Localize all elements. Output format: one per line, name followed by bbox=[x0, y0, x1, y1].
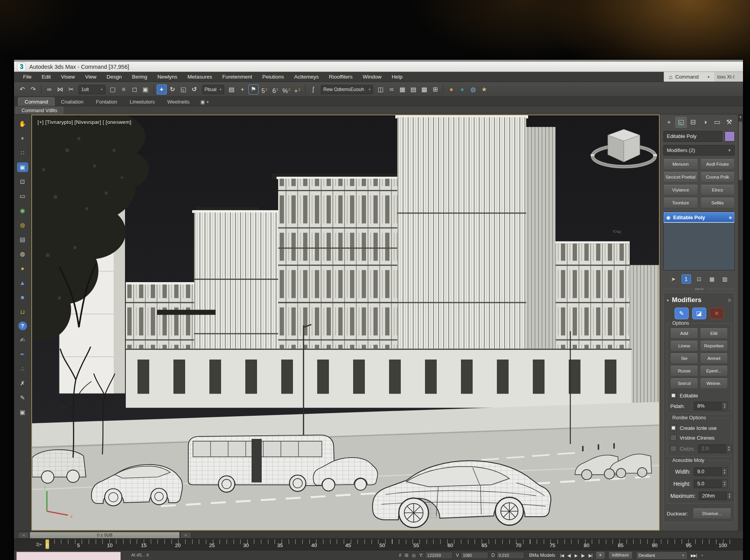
absolute-mode-icon[interactable]: ◎ bbox=[412, 553, 416, 558]
sketch-hand-icon[interactable]: ✍ bbox=[17, 335, 28, 345]
layers-photo-icon[interactable]: ▤ bbox=[17, 235, 28, 244]
menu-item[interactable]: Visew bbox=[56, 72, 80, 82]
named-selection-icon[interactable]: ▤ bbox=[227, 84, 237, 95]
viewport-canvas[interactable]: ICNE y x bbox=[32, 115, 659, 530]
menu-item[interactable]: Edit bbox=[37, 72, 56, 82]
scroll-up-icon[interactable]: ▼ bbox=[739, 115, 742, 119]
option-button[interactable]: Eliit bbox=[700, 328, 728, 339]
option-button[interactable]: Amnet bbox=[700, 353, 728, 364]
cistzs-checkbox[interactable] bbox=[670, 445, 677, 452]
checkbox-row[interactable]: Vrstine CIrenes bbox=[670, 435, 728, 441]
checkbox-row[interactable]: Create Icnle use bbox=[670, 425, 728, 431]
create-tab-icon[interactable]: + bbox=[663, 117, 675, 128]
key-mode-icon[interactable]: ◀| bbox=[568, 553, 571, 558]
collapse-arrow-icon[interactable]: ▾ bbox=[667, 298, 669, 302]
option-button[interactable]: Snircd bbox=[670, 378, 698, 389]
doariue-button[interactable]: Doariue... bbox=[693, 508, 731, 519]
select-and-link-icon[interactable]: ∞ bbox=[44, 84, 54, 95]
option-button[interactable]: Epeel... bbox=[700, 366, 728, 376]
redo-icon[interactable]: ↷ bbox=[28, 84, 38, 95]
option-button[interactable]: Weinie. bbox=[700, 378, 728, 389]
track-bar-slider[interactable]: 0 ± 0UB bbox=[30, 532, 180, 539]
panel-button[interactable]: Aodl Friuke bbox=[700, 159, 735, 170]
object-name-field[interactable]: Editable Poly bbox=[663, 131, 722, 142]
cube-icon[interactable]: ■ bbox=[17, 293, 28, 302]
panel-scrollbar[interactable]: ▼ bbox=[738, 115, 743, 531]
feather-icon[interactable]: ✒ bbox=[17, 350, 28, 359]
panel-button[interactable]: Viylance bbox=[663, 185, 698, 195]
select-object-icon[interactable]: ▢ bbox=[108, 84, 118, 95]
panel-button[interactable]: Secicet Poetial bbox=[663, 172, 698, 182]
menu-item[interactable]: Window bbox=[358, 72, 387, 82]
rect-selection-region-icon[interactable]: ◻ bbox=[130, 84, 140, 95]
coordinate-field[interactable]: V 1080 bbox=[456, 552, 488, 559]
ribbon-icon[interactable]: ▤ bbox=[408, 84, 418, 95]
spinner-arrows-icon[interactable]: ▲▼ bbox=[722, 479, 728, 488]
modify-tab-icon[interactable]: ◱ bbox=[675, 117, 687, 128]
dimension-value[interactable]: 9.0 bbox=[694, 467, 722, 476]
named-selection-sets-select[interactable]: Rew OdtemsEuouh ▾ bbox=[321, 85, 373, 94]
menu-item[interactable]: Acttemeys bbox=[289, 72, 324, 82]
mirror-icon[interactable]: ◫ bbox=[375, 84, 386, 95]
maxscript-listener[interactable] bbox=[16, 552, 121, 560]
menu-item[interactable]: Metasures bbox=[182, 72, 217, 82]
selection-filter-select[interactable]: 1ult ▾ bbox=[79, 85, 105, 94]
dimension-spinner[interactable]: 9.0 ▲▼ bbox=[694, 467, 728, 476]
go-to-start-icon[interactable]: |◀ bbox=[560, 553, 563, 558]
snap-move-icon[interactable]: ⌖ bbox=[17, 134, 28, 143]
spinner-snap-icon[interactable]: +2 bbox=[292, 84, 302, 95]
configure-sets-icon[interactable]: ▨ bbox=[720, 274, 730, 284]
menu-item[interactable]: File bbox=[18, 72, 37, 82]
trash-icon[interactable]: ⊔ bbox=[17, 307, 28, 317]
percent-snap-icon[interactable]: %2 bbox=[281, 84, 291, 95]
panel-tab[interactable]: Command bbox=[18, 97, 55, 106]
hierarchy-tab-icon[interactable]: ⊟ bbox=[688, 117, 699, 128]
display-tab-icon[interactable]: ▭ bbox=[711, 117, 723, 128]
menu-item[interactable]: Furetenment bbox=[217, 72, 257, 82]
delete-modifier-icon[interactable]: ✕ bbox=[710, 308, 724, 319]
editable-checkbox[interactable] bbox=[670, 392, 677, 399]
play-icon[interactable]: ▶ bbox=[575, 553, 577, 558]
keyboard-override-icon[interactable]: ⚑ bbox=[248, 84, 259, 95]
menu-item[interactable]: Bering bbox=[127, 72, 152, 82]
render-production-icon[interactable]: ★ bbox=[479, 84, 489, 95]
rotate-reference-icon[interactable]: ↺ bbox=[189, 84, 200, 95]
panel-tab[interactable]: Weelneits bbox=[161, 98, 196, 106]
panel-tab[interactable]: Fontation bbox=[90, 98, 123, 106]
viewport-label[interactable]: [+] [Tivnarypto] [Nivevspar] [ [oneswem] bbox=[38, 119, 131, 125]
modifier-list-dropdown[interactable]: Modifiers (2) ▼ bbox=[663, 145, 735, 156]
unlink-selection-icon[interactable]: ⋈ bbox=[55, 84, 65, 95]
mode-select[interactable]: Destlant ▼ bbox=[636, 551, 688, 560]
checkbox[interactable] bbox=[670, 425, 677, 431]
visibility-eye-icon[interactable]: ◉ bbox=[666, 215, 670, 220]
skip-end-icon[interactable]: ▶▶| bbox=[691, 553, 697, 558]
motion-tab-icon[interactable]: ◑ bbox=[699, 117, 711, 128]
undo-icon[interactable]: ↶ bbox=[17, 84, 27, 95]
spinner-arrows-icon[interactable]: ▲▼ bbox=[722, 402, 728, 410]
project-panel-icon[interactable]: ▣ bbox=[17, 163, 28, 172]
panel-tab[interactable]: Cnaliation bbox=[55, 98, 90, 106]
rotate-icon[interactable]: ↻ bbox=[168, 84, 178, 95]
panel-button[interactable]: Coona Polk bbox=[700, 172, 735, 182]
coordinate-field[interactable]: Y: 123259 bbox=[419, 552, 453, 559]
selection-lock-icon[interactable]: ⊞ bbox=[405, 553, 409, 558]
panel-button[interactable]: Menunn bbox=[663, 159, 698, 170]
coordinate-value[interactable]: 1080 bbox=[461, 552, 488, 559]
menu-item[interactable]: Help bbox=[387, 72, 408, 82]
edit-note-icon[interactable]: ✎ bbox=[17, 393, 28, 403]
checkbox[interactable] bbox=[670, 435, 677, 441]
utilities-tab-icon[interactable]: ⚒ bbox=[723, 117, 735, 128]
option-button[interactable]: Add bbox=[670, 328, 698, 339]
sphere-icon[interactable]: ◍ bbox=[17, 249, 28, 259]
coordinate-field[interactable]: D 0.010 bbox=[491, 552, 524, 559]
menu-item[interactable]: Desgn bbox=[102, 72, 127, 82]
command-vaults-tab[interactable]: Command Vdllts bbox=[16, 107, 63, 114]
align-icon[interactable]: ≍ bbox=[386, 84, 396, 95]
spinner-arrows-icon[interactable]: ▲▼ bbox=[727, 492, 733, 500]
schematic-view-icon[interactable]: ⊞ bbox=[430, 84, 440, 95]
draw-modifier-icon[interactable]: ✎ bbox=[675, 308, 689, 319]
add-icon[interactable]: + bbox=[238, 84, 248, 95]
render-setup-icon[interactable]: ● bbox=[457, 84, 467, 95]
panel-tab[interactable]: Lineetutors bbox=[123, 98, 161, 106]
tab-corner-tools[interactable]: ▣ ▾ bbox=[200, 99, 209, 106]
